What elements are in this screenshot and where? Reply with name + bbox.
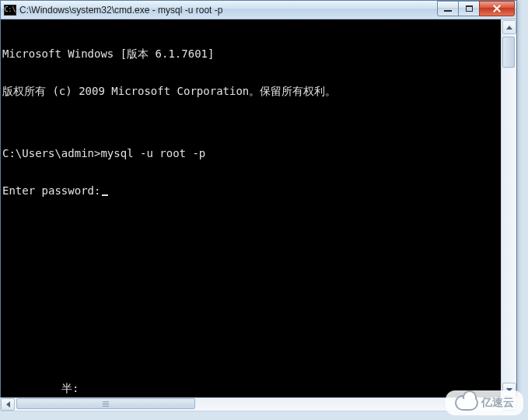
watermark-text: 亿速云 [481,396,514,410]
scroll-thumb-horizontal[interactable] [16,398,195,409]
scroll-thumb-vertical[interactable] [502,37,515,68]
scroll-left-button[interactable] [1,398,15,411]
close-icon [492,4,502,13]
cursor-icon [102,194,108,196]
horizontal-scrollbar[interactable] [0,397,517,411]
app-icon: C:\ [4,5,16,16]
window-title: C:\Windows\system32\cmd.exe - mysql -u r… [19,5,438,16]
terminal-line: 版权所有 (c) 2009 Microsoft Corporation。保留所有… [2,85,499,97]
app-icon-text: C:\ [5,6,16,13]
terminal-line: Enter password: [2,184,499,197]
cmd-window: C:\ C:\Windows\system32\cmd.exe - mysql … [0,0,517,398]
vertical-scrollbar[interactable] [501,19,516,397]
window-controls [438,1,515,16]
terminal-output[interactable]: Microsoft Windows [版本 6.1.7601] 版权所有 (c)… [1,19,501,397]
close-button[interactable] [479,1,515,16]
watermark: 亿速云 [446,390,523,415]
scroll-up-button[interactable] [502,20,516,34]
terminal-line: Microsoft Windows [版本 6.1.7601] [2,47,499,60]
terminal-line: C:\Users\admin>mysql -u root -p [2,147,499,159]
scroll-track-vertical[interactable] [502,35,516,382]
minimize-icon [444,10,452,12]
terminal-bottom-fragment: 半: [61,382,79,394]
cloud-icon [455,395,478,411]
scroll-track-horizontal[interactable] [15,398,502,411]
chevron-up-icon [506,26,512,30]
maximize-button[interactable] [458,1,480,16]
titlebar[interactable]: C:\ C:\Windows\system32\cmd.exe - mysql … [1,1,516,19]
terminal-area: Microsoft Windows [版本 6.1.7601] 版权所有 (c)… [1,19,516,397]
maximize-icon [466,5,473,12]
chevron-left-icon [6,401,10,408]
minimize-button[interactable] [437,1,459,16]
